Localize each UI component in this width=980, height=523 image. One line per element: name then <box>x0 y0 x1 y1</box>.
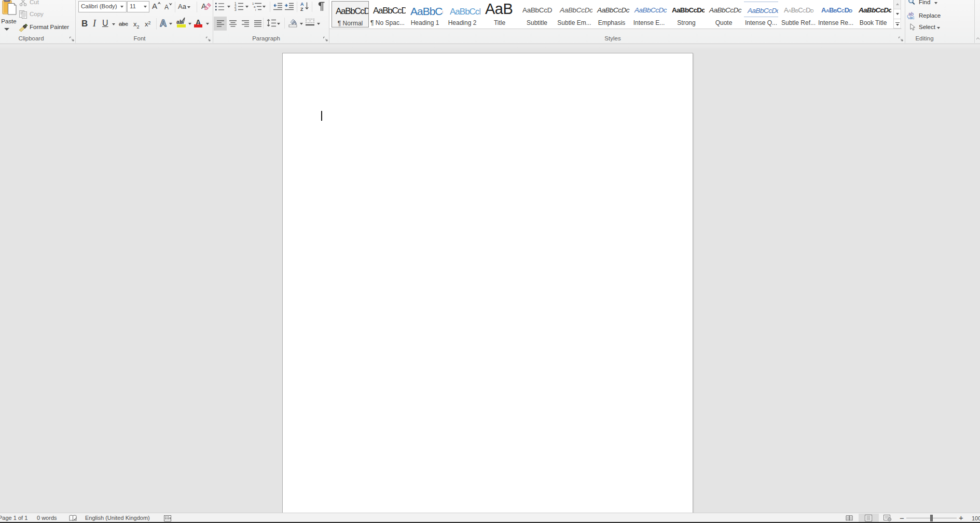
svg-text:i: i <box>255 8 256 11</box>
svg-text:A: A <box>160 18 167 27</box>
svg-text:Z: Z <box>300 7 303 12</box>
svg-text:ac: ac <box>909 15 915 20</box>
svg-text:3: 3 <box>234 8 237 11</box>
svg-text:A: A <box>300 2 304 7</box>
